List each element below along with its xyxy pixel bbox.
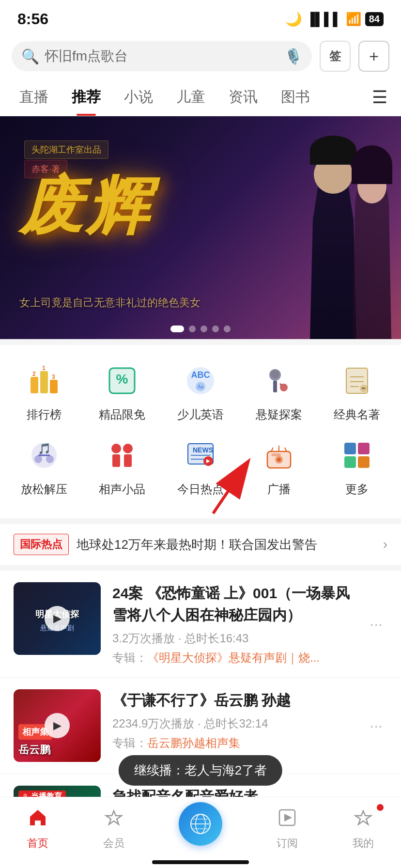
svg-text:✒: ✒ <box>361 385 366 392</box>
svg-point-30 <box>111 444 121 453</box>
svg-point-32 <box>123 444 133 453</box>
play-button-2[interactable]: ▶ <box>45 713 70 738</box>
moon-icon: 🌙 <box>285 11 302 27</box>
nav-center[interactable] <box>169 809 232 849</box>
tab-live[interactable]: 直播 <box>8 78 60 116</box>
hot-news-arrow: › <box>383 537 387 552</box>
home-icon <box>27 807 48 833</box>
category-hottoday[interactable]: NEWS 今日热点 <box>169 434 232 497</box>
content-album-1: 专辑：《明星大侦探》悬疑有声剧｜烧... <box>112 650 353 666</box>
search-icon: 🔍 <box>21 48 39 65</box>
svg-rect-48 <box>344 443 356 454</box>
svg-rect-15 <box>273 381 277 392</box>
tab-recommend[interactable]: 推荐 <box>60 78 112 116</box>
nav-tabs: 直播 推荐 小说 儿童 资讯 图书 ☰ <box>0 78 401 116</box>
category-label-classics: 经典名著 <box>334 407 380 422</box>
nav-home-label: 首页 <box>27 836 48 851</box>
svg-point-28 <box>46 455 54 463</box>
nav-vip[interactable]: 会员 <box>93 804 134 853</box>
svg-rect-44 <box>271 453 281 456</box>
search-bar-container: 🔍 怀旧fm点歌台 🎙️ 签 ＋ <box>0 34 401 78</box>
svg-rect-2 <box>50 380 58 393</box>
content-item-1[interactable]: 明星大侦探 悬疑有声剧 ▶ 24案 《恐怖童谣 上》001（一场暴风雪将八个人困… <box>0 571 401 678</box>
svg-text:3: 3 <box>52 373 55 380</box>
wifi-icon: 📶 <box>346 12 361 27</box>
category-english[interactable]: ABC Aa 少儿英语 <box>169 359 232 422</box>
more-button-1[interactable]: ··· <box>365 610 387 638</box>
more-icon <box>336 434 378 477</box>
banner[interactable]: 头陀湖工作室出品 赤客·著 废辉 女上司竟是自己无意非礼过的绝色美女 <box>0 116 401 339</box>
category-radio[interactable]: 广播 <box>247 434 310 497</box>
svg-rect-31 <box>112 454 120 467</box>
nav-subscribe[interactable]: 订阅 <box>267 804 308 853</box>
banner-dot-5 <box>224 326 231 332</box>
classics-icon: ✒ <box>336 359 378 402</box>
svg-rect-51 <box>358 456 370 468</box>
content-title-2: 《于谦不行了》岳云鹏 孙越 <box>112 689 353 711</box>
profile-icon <box>353 807 374 833</box>
rankings-icon: 2 1 3 <box>23 359 65 402</box>
svg-text:ABC: ABC <box>191 370 210 380</box>
crosstalk-icon <box>101 434 143 477</box>
tab-books[interactable]: 图书 <box>269 78 322 116</box>
category-more[interactable]: 更多 <box>325 434 388 497</box>
category-label-crosstalk: 相声小品 <box>99 481 145 497</box>
svg-text:2: 2 <box>32 371 36 377</box>
category-classics[interactable]: ✒ 经典名著 <box>325 359 388 422</box>
play-button-1[interactable]: ▶ <box>45 606 70 631</box>
svg-text:NEWS: NEWS <box>193 446 213 454</box>
svg-rect-49 <box>358 443 370 454</box>
category-label-more: 更多 <box>345 481 369 497</box>
vip-icon <box>103 807 124 833</box>
center-globe-icon <box>179 802 222 846</box>
english-icon: ABC Aa <box>179 359 222 402</box>
category-label-free: 精品限免 <box>99 407 145 422</box>
nav-menu-icon[interactable]: ☰ <box>366 80 393 114</box>
category-relax[interactable]: 🎵 放松解压 <box>13 434 76 497</box>
category-crosstalk[interactable]: 相声小品 <box>91 434 154 497</box>
svg-rect-50 <box>344 456 356 468</box>
microphone-icon[interactable]: 🎙️ <box>284 48 302 65</box>
banner-image: 头陀湖工作室出品 赤客·著 废辉 女上司竟是自己无意非礼过的绝色美女 <box>0 116 401 339</box>
status-bar: 8:56 🌙 ▐▌▌▌ 📶 84 <box>0 0 401 34</box>
svg-line-17 <box>280 384 282 386</box>
continue-toast[interactable]: 继续播：老人与海2了者 <box>119 755 282 786</box>
svg-text:Aa: Aa <box>198 384 204 389</box>
category-rankings[interactable]: 2 1 3 排行榜 <box>13 359 76 422</box>
add-button[interactable]: ＋ <box>358 41 389 72</box>
content-meta-1: 3.2万次播放 · 总时长16:43 <box>112 631 353 646</box>
tab-children[interactable]: 儿童 <box>165 78 217 116</box>
category-row-2: 🎵 放松解压 相声小品 <box>5 434 396 497</box>
signal-icon: ▐▌▌▌ <box>306 12 342 27</box>
nav-home[interactable]: 首页 <box>17 804 58 853</box>
category-free[interactable]: % 精品限免 <box>91 359 154 422</box>
category-label-radio: 广播 <box>267 481 291 497</box>
content-thumb-2: 相声集 岳云鹏 ▶ <box>14 689 101 762</box>
svg-point-43 <box>277 458 281 462</box>
svg-rect-1 <box>40 371 48 393</box>
sign-button[interactable]: 签 <box>320 41 351 72</box>
banner-dot-1 <box>170 326 184 332</box>
free-icon: % <box>101 359 143 402</box>
svg-text:1: 1 <box>42 365 46 372</box>
category-label-relax: 放松解压 <box>21 481 67 497</box>
category-mystery[interactable]: 悬疑探案 <box>247 359 310 422</box>
hot-news-bar[interactable]: 国际热点 地球处12万年来最热时期！联合国发出警告 › <box>0 524 401 565</box>
mystery-icon <box>258 359 300 402</box>
nav-profile[interactable]: 我的 <box>343 804 384 853</box>
search-input[interactable]: 怀旧fm点歌台 <box>45 47 278 65</box>
subscribe-icon <box>277 807 298 833</box>
more-button-2[interactable]: ··· <box>365 712 387 740</box>
hot-news-text: 地球处12万年来最热时期！联合国发出警告 <box>77 536 375 553</box>
search-bar[interactable]: 🔍 怀旧fm点歌台 🎙️ <box>12 41 312 71</box>
nav-profile-label: 我的 <box>353 836 374 851</box>
nav-vip-label: 会员 <box>103 836 124 851</box>
tab-novel[interactable]: 小说 <box>112 78 165 116</box>
banner-dot-3 <box>200 326 207 332</box>
content-album-2: 专辑：岳云鹏孙越相声集 <box>112 735 353 751</box>
tab-news[interactable]: 资讯 <box>217 78 269 116</box>
category-label-mystery: 悬疑探案 <box>256 407 302 422</box>
category-label-english: 少儿英语 <box>177 407 224 422</box>
content-info-1: 24案 《恐怖童谣 上》001（一场暴风雪将八个人困在神秘庄园内） 3.2万次播… <box>112 582 353 666</box>
home-indicator <box>152 860 249 864</box>
